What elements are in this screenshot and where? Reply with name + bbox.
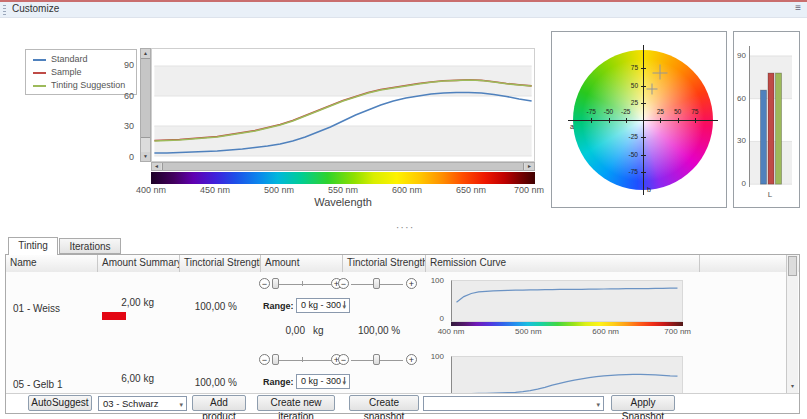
- x-tick-label: 600 nm: [392, 185, 422, 195]
- autosuggest-button[interactable]: AutoSuggest: [28, 395, 92, 411]
- amount-summary: 2,00 kg: [106, 297, 154, 308]
- range-label: Range:: [263, 301, 294, 311]
- scroll-down-icon[interactable]: ▼: [141, 152, 150, 161]
- lightness-y-axis: 0306090: [734, 46, 748, 187]
- col-amount-summary[interactable]: Amount Summary: [98, 255, 180, 272]
- minus-icon[interactable]: −: [259, 354, 270, 365]
- table-row[interactable]: 05 - Gelb 1 6,00 kg 100,00 % − + − + Ran…: [6, 343, 799, 393]
- legend-line-swatch: [33, 59, 46, 61]
- scroll-down-icon[interactable]: ▾: [788, 381, 797, 392]
- spectral-y-axis: 0306090: [112, 48, 136, 162]
- series-05---gelb-1: [457, 374, 678, 393]
- x-tick-label: 550 nm: [328, 185, 358, 195]
- a-axis-label: a: [570, 123, 574, 130]
- y-tick-label: 30: [124, 121, 134, 131]
- x-axis-title: Wavelength: [151, 196, 535, 208]
- col-name[interactable]: Name: [6, 255, 98, 272]
- chart-horizontal-scrollbar[interactable]: ◄ ►: [151, 162, 535, 171]
- action-bar: AutoSuggest 03 - Schwarz ▾ Add product C…: [6, 393, 799, 413]
- col-tinctorial-strength[interactable]: Tinctorial Strength: [343, 255, 426, 272]
- apply-snapshot-button[interactable]: Apply Snapshot: [611, 395, 675, 411]
- lab-color-wheel-panel: a b -75-75-50-50-25-25252550507575: [551, 31, 727, 208]
- amount-value: 0,00: [281, 325, 305, 336]
- product-color-swatch: [102, 312, 126, 320]
- amount-slider[interactable]: − +: [259, 354, 343, 367]
- table-row[interactable]: 01 - Weiss 2,00 kg 100,00 % − + − +: [6, 272, 799, 344]
- y-tick-label: 60: [124, 91, 134, 101]
- vertical-scroll-thumb[interactable]: [141, 58, 150, 138]
- a-tick-label: 50: [674, 108, 681, 115]
- bar-tinting-suggestion: [776, 73, 782, 184]
- minus-icon[interactable]: −: [338, 278, 349, 289]
- strength-slider-thumb[interactable]: [373, 354, 380, 365]
- y-tick-label: 30: [737, 136, 746, 145]
- x-tick-label: 450 nm: [200, 185, 230, 195]
- plus-icon[interactable]: +: [406, 278, 417, 289]
- mini-x-axis: 400 nm500 nm600 nm700 nm: [451, 327, 683, 336]
- tab-iterations[interactable]: Iterations: [59, 238, 121, 254]
- tinting-panel: Name Amount Summary Tinctorial Strength …: [5, 254, 800, 414]
- x-tick-label: 600 nm: [592, 327, 619, 336]
- remission-curve-chart: [451, 356, 683, 393]
- b-tick-label: 50: [620, 82, 638, 89]
- plus-icon[interactable]: +: [406, 354, 417, 365]
- b-tick-label: -25: [620, 133, 638, 140]
- series-01---weiss: [457, 288, 678, 302]
- strength-value: 100,00 %: [358, 325, 398, 336]
- product-dropdown[interactable]: 03 - Schwarz ▾: [98, 396, 187, 411]
- x-tick-label: 700 nm: [664, 327, 691, 336]
- col-remission-curve[interactable]: Remission Curve: [426, 255, 700, 272]
- customize-toolbar: Customize ≡: [0, 0, 807, 18]
- scroll-left-icon[interactable]: ◄: [152, 163, 161, 170]
- remission-curve-chart: [451, 280, 683, 322]
- a-tick-label: 75: [691, 108, 698, 115]
- splitter-handle[interactable]: ····: [385, 221, 425, 233]
- a-tick-label: -75: [587, 108, 596, 115]
- bar-standard: [761, 90, 767, 184]
- add-product-button[interactable]: Add product: [192, 395, 246, 411]
- table-header: Name Amount Summary Tinctorial Strength …: [6, 255, 799, 273]
- a-tick-label: -50: [604, 108, 613, 115]
- toolbar-grip-icon[interactable]: [3, 5, 6, 15]
- minus-icon[interactable]: −: [259, 278, 270, 289]
- col-tinctorial-strength-summary[interactable]: Tinctorial Strength Su...: [180, 255, 261, 272]
- b-tick-label: -75: [620, 168, 638, 175]
- legend-line-swatch: [33, 85, 46, 87]
- scroll-right-icon[interactable]: ►: [525, 163, 534, 170]
- chevron-down-icon: ▾: [342, 300, 346, 313]
- chart-vertical-scrollbar[interactable]: ▲ ▼: [140, 48, 151, 162]
- minus-icon[interactable]: −: [338, 354, 349, 365]
- product-name: 05 - Gelb 1: [13, 379, 62, 390]
- table-vertical-scrollbar[interactable]: ▾: [786, 255, 798, 393]
- spectral-plot-area: [151, 48, 535, 162]
- x-tick-label: 400 nm: [136, 185, 166, 195]
- mini-y-max: 100: [426, 352, 444, 361]
- range-dropdown[interactable]: 0 kg - 300 l ▾: [296, 298, 350, 313]
- mini-y-min: 0: [432, 314, 444, 323]
- create-new-iteration-button[interactable]: Create new iteration: [257, 395, 335, 411]
- scroll-up-icon[interactable]: ▲: [141, 49, 150, 58]
- amount-slider-thumb[interactable]: [272, 278, 279, 289]
- tab-tinting[interactable]: Tinting: [8, 237, 58, 255]
- strength-summary: 100,00 %: [191, 301, 237, 312]
- b-tick-label: 25: [620, 99, 638, 106]
- toolbar-menu-icon[interactable]: ≡: [795, 2, 801, 13]
- amount-slider[interactable]: − +: [259, 278, 343, 291]
- strength-slider[interactable]: − +: [338, 354, 418, 367]
- col-empty: [700, 255, 799, 272]
- b-axis-label: b: [647, 186, 651, 193]
- strength-slider-thumb[interactable]: [373, 278, 380, 289]
- y-tick-label: 90: [737, 51, 746, 60]
- y-tick-label: 90: [124, 60, 134, 70]
- horizontal-scroll-thumb[interactable]: [162, 163, 524, 170]
- range-dropdown[interactable]: 0 kg - 300 l ▾: [296, 374, 350, 389]
- x-tick-label: 400 nm: [438, 327, 465, 336]
- strength-slider[interactable]: − +: [338, 278, 418, 291]
- table-scroll-thumb[interactable]: [788, 256, 797, 276]
- create-snapshot-button[interactable]: Create snapshot: [349, 395, 419, 411]
- snapshot-dropdown[interactable]: ▾: [423, 396, 604, 411]
- legend-line-swatch: [33, 72, 46, 74]
- col-amount[interactable]: Amount: [261, 255, 343, 272]
- chevron-down-icon: ▾: [179, 398, 183, 411]
- amount-slider-thumb[interactable]: [272, 354, 279, 365]
